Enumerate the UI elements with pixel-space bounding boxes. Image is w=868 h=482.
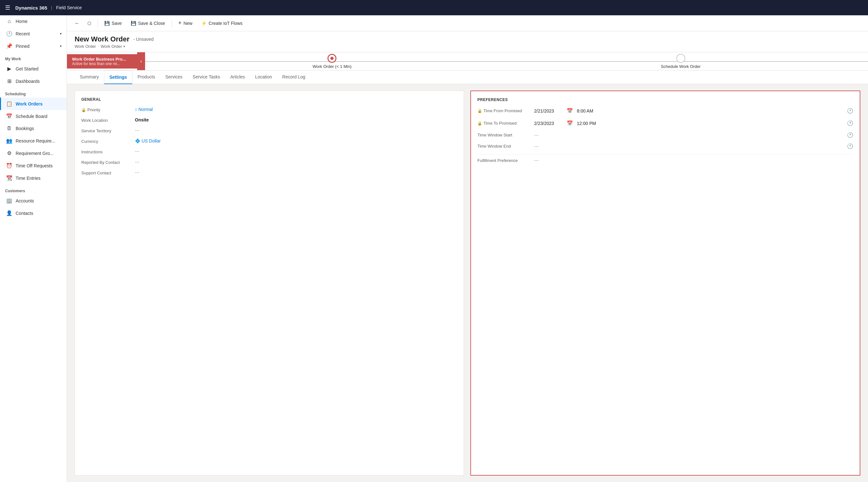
home-icon: ⌂: [6, 19, 12, 24]
windowstart-value[interactable]: ---: [534, 133, 844, 138]
tab-articles[interactable]: Articles: [225, 70, 250, 84]
fulfillment-value[interactable]: ---: [534, 158, 853, 163]
sidebar-label-timeentries: Time Entries: [16, 175, 40, 181]
value-priority[interactable]: ↕ Normal: [135, 107, 457, 112]
label-currency: Currency: [81, 138, 132, 144]
tab-services[interactable]: Services: [160, 70, 187, 84]
sidebar-item-recent[interactable]: 🕐 Recent ▾: [0, 27, 67, 40]
sidebar-label-home: Home: [16, 19, 27, 24]
label-windowend: Time Window End: [477, 144, 532, 149]
value-reportedby[interactable]: ---: [135, 159, 457, 164]
timeto-time[interactable]: 12:00 PM: [577, 121, 844, 126]
save-close-button[interactable]: 💾 Save & Close: [127, 19, 169, 28]
preferences-section: PREFERENCES 🔒 Time From Promised 2/21/20…: [470, 91, 860, 476]
stage-node-1[interactable]: Work Order (< 1 Min): [312, 54, 351, 69]
sidebar-item-bookings[interactable]: 🗓 Bookings: [0, 122, 67, 134]
sidebar-item-requirement-gro[interactable]: ⚙ Requirement Gro...: [0, 147, 67, 159]
sidebar-item-dashboards[interactable]: ⊞ Dashboards: [0, 75, 67, 87]
stage-collapse-button[interactable]: ‹: [137, 52, 145, 70]
new-button[interactable]: + New: [175, 18, 196, 28]
resource-icon: 👥: [6, 138, 12, 144]
save-close-label: Save & Close: [138, 21, 165, 26]
section-customers: Customers: [0, 184, 67, 194]
windowend-clock-icon[interactable]: 🕐: [847, 143, 853, 149]
sidebar-label-timeoffrequests: Time Off Requests: [16, 163, 53, 168]
label-fulfillment: Fulfillment Preference: [477, 158, 532, 163]
save-icon: 💾: [104, 21, 110, 26]
sidebar-label-contacts: Contacts: [16, 211, 33, 216]
field-supportcontact: Support Contact ---: [81, 170, 457, 175]
save-label: Save: [112, 21, 122, 26]
tab-products[interactable]: Products: [132, 70, 160, 84]
sidebar-label-scheduleboard: Schedule Board: [16, 114, 48, 119]
breadcrumb-link-1[interactable]: Work Order: [74, 44, 96, 49]
stage-node-2[interactable]: Schedule Work Order: [661, 54, 701, 69]
back-button[interactable]: ←: [72, 19, 82, 28]
sidebar-item-timeoffrequests[interactable]: ⏰ Time Off Requests: [0, 159, 67, 172]
sidebar-item-resource-require[interactable]: 👥 Resource Require...: [0, 134, 67, 147]
stage-label-1: Work Order (< 1 Min): [312, 64, 351, 69]
content-area: ← ⬡ 💾 Save 💾 Save & Close + New ⚡ Create…: [67, 15, 868, 482]
timeto-date[interactable]: 2/23/2023: [534, 121, 563, 126]
breadcrumb-sep: ·: [98, 44, 99, 48]
reportedby-label-text: Reported By Contact: [81, 160, 120, 165]
create-iot-button[interactable]: ⚡ Create IoT Flows: [197, 19, 246, 28]
save-button[interactable]: 💾 Save: [100, 19, 126, 28]
timeto-clock-icon[interactable]: 🕐: [847, 120, 853, 126]
active-stage-panel[interactable]: Work Order Business Pro... Active for le…: [67, 54, 137, 68]
breadcrumb: Work Order · Work Order ▾: [74, 44, 860, 49]
hamburger-menu[interactable]: ☰: [5, 4, 10, 11]
dashboards-icon: ⊞: [6, 78, 12, 84]
toolbar: ← ⬡ 💾 Save 💾 Save & Close + New ⚡ Create…: [67, 15, 868, 31]
sidebar-item-timeentries[interactable]: 📆 Time Entries: [0, 172, 67, 184]
windowstart-clock-icon[interactable]: 🕐: [847, 132, 853, 138]
toolbar-sep-1: [98, 20, 98, 27]
stage-bar: Work Order Business Pro... Active for le…: [67, 52, 868, 70]
popout-button[interactable]: ⬡: [84, 19, 95, 28]
unsaved-status: - Unsaved: [133, 37, 154, 42]
timefrom-clock-icon[interactable]: 🕐: [847, 108, 853, 114]
value-supportcontact[interactable]: ---: [135, 170, 457, 175]
sidebar-item-contacts[interactable]: 👤 Contacts: [0, 207, 67, 219]
form-area: GENERAL 🔒 Priority ↕ Normal Work Locatio…: [67, 84, 868, 482]
page-header: New Work Order - Unsaved Work Order · Wo…: [67, 31, 868, 52]
breadcrumb-chevron-icon: ▾: [123, 44, 125, 48]
sidebar-item-workorders[interactable]: 📋 Work Orders: [0, 98, 67, 110]
windowend-value[interactable]: ---: [534, 144, 844, 149]
getstarted-icon: ▶: [6, 66, 12, 72]
timefrom-date[interactable]: 2/21/2023: [534, 108, 563, 114]
sidebar-item-accounts[interactable]: 🏢 Accounts: [0, 194, 67, 207]
currency-value-text: US Dollar: [142, 138, 161, 143]
timeto-calendar-icon[interactable]: 📅: [565, 120, 574, 127]
workorders-icon: 📋: [6, 101, 12, 107]
label-reportedby: Reported By Contact: [81, 159, 132, 165]
general-section: GENERAL 🔒 Priority ↕ Normal Work Locatio…: [74, 91, 464, 476]
timefrom-time[interactable]: 8:00 AM: [577, 108, 844, 114]
value-currency[interactable]: 💠 US Dollar: [135, 138, 457, 143]
value-serviceterritory[interactable]: ---: [135, 128, 457, 133]
worklocation-label-text: Work Location: [81, 118, 108, 123]
priority-value-text: Normal: [138, 107, 153, 112]
breadcrumb-current[interactable]: Work Order ▾: [101, 44, 125, 49]
sidebar-item-getstarted[interactable]: ▶ Get Started: [0, 63, 67, 75]
tab-location[interactable]: Location: [250, 70, 277, 84]
tab-settings[interactable]: Settings: [104, 70, 132, 84]
stage-progress: Work Order (< 1 Min) Schedule Work Order: [145, 54, 868, 69]
iot-icon: ⚡: [201, 21, 207, 26]
pref-row-timefrom: 🔒 Time From Promised 2/21/2023 📅 8:00 AM…: [477, 107, 853, 115]
tab-summary[interactable]: Summary: [74, 70, 104, 84]
pref-row-timeto: 🔒 Time To Promised 2/23/2023 📅 12:00 PM …: [477, 120, 853, 127]
active-stage-title: Work Order Business Pro...: [72, 57, 132, 62]
sidebar-item-scheduleboard[interactable]: 📅 Schedule Board: [0, 110, 67, 122]
tab-record-log[interactable]: Record Log: [277, 70, 310, 84]
label-supportcontact: Support Contact: [81, 170, 132, 175]
tab-service-tasks[interactable]: Service Tasks: [187, 70, 225, 84]
sidebar-item-pinned[interactable]: 📌 Pinned ▾: [0, 40, 67, 52]
value-instructions[interactable]: ---: [135, 149, 457, 154]
sidebar-item-home[interactable]: ⌂ Home: [0, 15, 67, 27]
label-instructions: Instructions: [81, 149, 132, 154]
sidebar-label-workorders: Work Orders: [16, 101, 43, 106]
label-serviceterritory: Service Territory: [81, 128, 132, 133]
active-stage-subtitle: Active for less than one mi...: [72, 62, 132, 66]
timefrom-calendar-icon[interactable]: 📅: [565, 107, 574, 115]
